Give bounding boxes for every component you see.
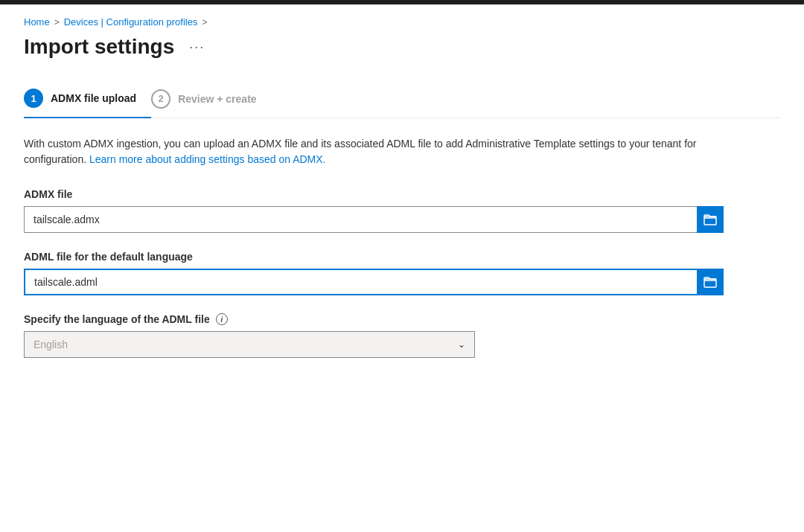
step-1-circle: 1: [24, 89, 43, 108]
adml-file-input[interactable]: [24, 269, 697, 295]
breadcrumb-sep-1: >: [54, 17, 60, 28]
language-label: Specify the language of the ADML file: [24, 313, 210, 325]
steps-row: 1 ADMX file upload 2 Review + create: [24, 80, 780, 118]
step-2-circle: 2: [151, 89, 170, 109]
admx-file-label: ADMX file: [24, 188, 780, 200]
main-content: Home > Devices | Configuration profiles …: [0, 4, 804, 400]
breadcrumb-home[interactable]: Home: [24, 16, 50, 28]
language-label-row: Specify the language of the ADML file i: [24, 313, 780, 325]
info-icon: i: [216, 313, 228, 325]
learn-more-link[interactable]: Learn more about adding settings based o…: [89, 153, 326, 165]
step-review-create[interactable]: 2 Review + create: [151, 80, 271, 118]
language-dropdown-value: English: [34, 339, 68, 350]
step-1-label: ADMX file upload: [51, 92, 136, 104]
breadcrumb-devices[interactable]: Devices | Configuration profiles: [64, 16, 198, 28]
adml-file-label: ADML file for the default language: [24, 251, 780, 263]
description-text: With custom ADMX ingestion, you can uplo…: [24, 136, 724, 167]
page-title: Import settings: [24, 35, 174, 59]
page-title-row: Import settings ···: [24, 35, 780, 59]
adml-field-section: ADML file for the default language: [24, 251, 780, 295]
folder-icon-adml: [704, 275, 717, 289]
step-2-label: Review + create: [178, 93, 256, 105]
admx-file-input[interactable]: [24, 206, 697, 233]
dropdown-arrow-icon: ⌄: [458, 339, 465, 350]
language-section: Specify the language of the ADML file i …: [24, 313, 780, 358]
admx-field-section: ADMX file: [24, 188, 780, 233]
admx-input-row: [24, 206, 724, 233]
folder-icon: [704, 213, 717, 226]
breadcrumb: Home > Devices | Configuration profiles …: [24, 16, 780, 28]
adml-browse-button[interactable]: [697, 269, 724, 295]
more-options-button[interactable]: ···: [183, 36, 211, 58]
admx-browse-button[interactable]: [697, 206, 724, 233]
language-dropdown[interactable]: English ⌄: [24, 331, 475, 358]
breadcrumb-sep-2: >: [202, 17, 207, 28]
step-admx-upload[interactable]: 1 ADMX file upload: [24, 80, 151, 118]
adml-input-row: [24, 269, 724, 295]
